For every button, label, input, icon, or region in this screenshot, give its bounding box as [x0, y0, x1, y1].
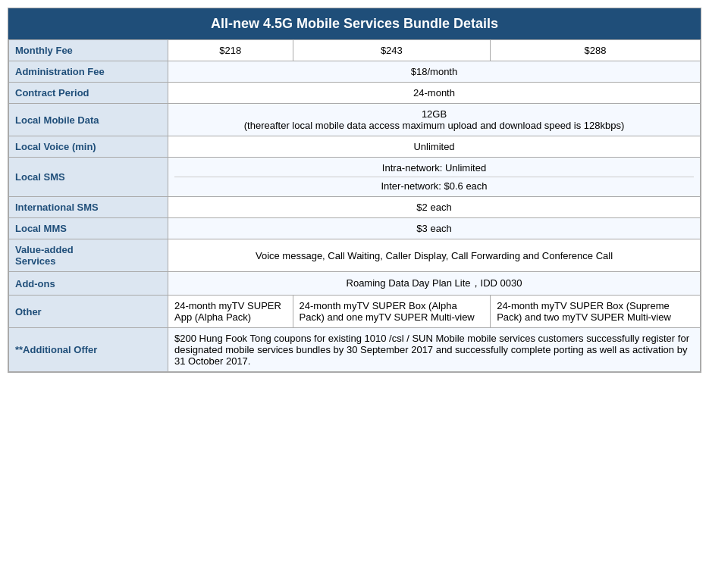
row-value-col2: $243: [293, 40, 491, 61]
row-value-span-two: Intra-network: UnlimitedInter-network: $…: [168, 158, 701, 197]
row-value-span: $18/month: [168, 61, 701, 83]
row-value-col2: 24-month myTV SUPER Box (Alpha Pack) and…: [293, 296, 491, 328]
table-row: Add-onsRoaming Data Day Plan Lite，IDD 00…: [9, 272, 701, 296]
row-label: Local Mobile Data: [9, 104, 168, 136]
page-title: All-new 4.5G Mobile Services Bundle Deta…: [8, 8, 701, 39]
row-label: **Additional Offer: [9, 328, 168, 372]
row-label: Local MMS: [9, 218, 168, 239]
row-label: Local Voice (min): [9, 136, 168, 158]
table-row: Administration Fee$18/month: [9, 61, 701, 83]
details-table: Monthly Fee$218$243$288Administration Fe…: [8, 39, 701, 372]
row-value-col1: $218: [168, 40, 293, 61]
table-row: Local SMSIntra-network: UnlimitedInter-n…: [9, 158, 701, 197]
row-value-col3: 24-month myTV SUPER Box (Supreme Pack) a…: [491, 296, 701, 328]
table-row: Contract Period24-month: [9, 83, 701, 104]
row-value-span: 12GB (thereafter local mobile data acces…: [168, 104, 701, 136]
sms-line2: Inter-network: $0.6 each: [174, 177, 694, 192]
table-row: Monthly Fee$218$243$288: [9, 40, 701, 61]
sms-line1: Intra-network: Unlimited: [174, 162, 694, 174]
row-value-span: 24-month: [168, 83, 701, 104]
row-label: International SMS: [9, 197, 168, 218]
row-value-additional: $200 Hung Fook Tong coupons for existing…: [168, 328, 701, 372]
row-value-span: $3 each: [168, 218, 701, 239]
row-value-col3: $288: [491, 40, 701, 61]
row-label: Value-added Services: [9, 239, 168, 272]
table-row: **Additional Offer$200 Hung Fook Tong co…: [9, 328, 701, 372]
row-value-col1: 24-month myTV SUPER App (Alpha Pack): [168, 296, 293, 328]
table-row: Value-added ServicesVoice message, Call …: [9, 239, 701, 272]
main-container: All-new 4.5G Mobile Services Bundle Deta…: [8, 8, 701, 373]
row-value-span: $2 each: [168, 197, 701, 218]
table-row: International SMS$2 each: [9, 197, 701, 218]
row-value-span: Voice message, Call Waiting, Caller Disp…: [168, 239, 701, 272]
row-value-span: Unlimited: [168, 136, 701, 158]
table-row: Local MMS$3 each: [9, 218, 701, 239]
row-label: Monthly Fee: [9, 40, 168, 61]
row-label: Contract Period: [9, 83, 168, 104]
table-row: Local Voice (min)Unlimited: [9, 136, 701, 158]
row-label: Add-ons: [9, 272, 168, 296]
row-label: Local SMS: [9, 158, 168, 197]
row-value-span: Roaming Data Day Plan Lite，IDD 0030: [168, 272, 701, 296]
row-label: Other: [9, 296, 168, 328]
row-label: Administration Fee: [9, 61, 168, 83]
table-row: Other24-month myTV SUPER App (Alpha Pack…: [9, 296, 701, 328]
table-row: Local Mobile Data12GB (thereafter local …: [9, 104, 701, 136]
